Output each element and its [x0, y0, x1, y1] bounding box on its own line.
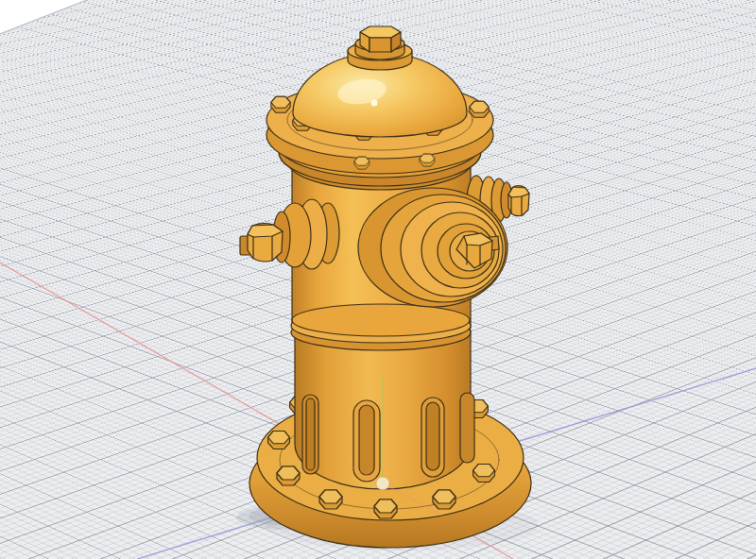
cad-viewport[interactable] [0, 0, 756, 559]
pumper-nozzle-cap[interactable] [358, 188, 507, 307]
coupling-ring [291, 304, 471, 350]
origin-dot [376, 477, 389, 490]
viewport-overlay [0, 0, 756, 559]
hydrant-model[interactable] [240, 26, 531, 548]
operating-nut[interactable] [348, 26, 412, 70]
left-nozzle-cap[interactable] [240, 199, 339, 269]
